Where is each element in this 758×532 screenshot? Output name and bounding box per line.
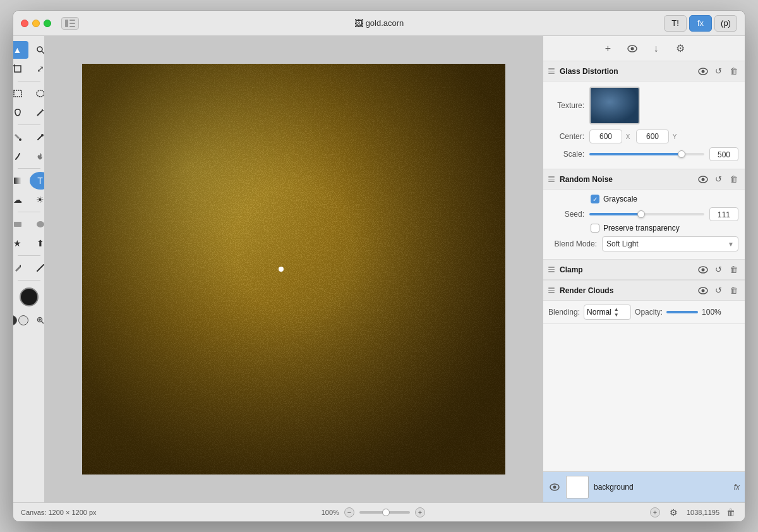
blending-select[interactable]: Normal ▲ ▼: [584, 305, 631, 320]
gradient-tool[interactable]: [13, 172, 28, 190]
glass-distortion-header: Glass Distortion ↺ 🗑: [543, 61, 745, 82]
layer-item-background[interactable]: background fx: [543, 472, 745, 502]
clamp-handle[interactable]: [548, 266, 556, 274]
download-button[interactable]: ↓: [648, 40, 665, 57]
delete-layer-button[interactable]: 🗑: [725, 506, 737, 519]
rect-shape-tool[interactable]: [13, 215, 28, 233]
properties-toggle-button[interactable]: (p): [714, 15, 737, 32]
svg-point-10: [37, 90, 44, 97]
foreground-color-mini[interactable]: [13, 315, 17, 325]
preserve-transparency-checkbox[interactable]: [591, 224, 599, 233]
coordinates: 1038,1195: [687, 509, 719, 516]
svg-rect-9: [14, 90, 21, 97]
foreground-color-swatch[interactable]: [20, 287, 39, 306]
scale-slider[interactable]: [589, 153, 704, 155]
random-noise-handle[interactable]: [548, 176, 556, 183]
svg-point-32: [702, 268, 705, 271]
close-button[interactable]: [21, 20, 28, 27]
minimize-button[interactable]: [32, 20, 40, 27]
random-noise-visibility[interactable]: [697, 173, 709, 186]
rect-select-tool[interactable]: [13, 85, 28, 102]
zoom-in-button[interactable]: +: [415, 507, 425, 517]
ellipse-shape-tool[interactable]: [30, 215, 45, 233]
render-clouds-title: Render Clouds: [560, 286, 693, 295]
burn-tool[interactable]: [30, 147, 45, 165]
fullscreen-button[interactable]: [44, 20, 51, 27]
clamp-delete[interactable]: 🗑: [727, 263, 740, 276]
canvas-area[interactable]: [45, 36, 543, 502]
render-clouds-visibility[interactable]: [697, 284, 709, 297]
zoom-tool-2[interactable]: [30, 311, 45, 329]
zoom-slider[interactable]: [359, 511, 410, 514]
layer-visibility-button[interactable]: [548, 481, 561, 493]
settings-button[interactable]: ⚙: [672, 40, 689, 57]
settings-gear-button[interactable]: ⚙: [665, 504, 682, 521]
canvas-center-point: [279, 267, 284, 272]
blend-mode-row: Blend Mode: Soft Light ▼: [550, 236, 738, 251]
glass-distortion-delete[interactable]: 🗑: [727, 65, 740, 78]
center-x-input[interactable]: [589, 130, 622, 143]
clamp-reset[interactable]: ↺: [712, 263, 725, 276]
clamp-visibility[interactable]: [697, 263, 709, 276]
seed-row: Seed: 111: [550, 207, 738, 221]
glass-distortion-reset[interactable]: ↺: [712, 65, 725, 78]
clamp-actions: ↺ 🗑: [697, 263, 740, 276]
background-color-mini[interactable]: [18, 315, 28, 325]
center-y-input[interactable]: [636, 130, 669, 143]
crop-tool[interactable]: [13, 60, 28, 78]
star-shape-tool[interactable]: ★: [13, 234, 28, 252]
line-tool[interactable]: [30, 259, 45, 277]
smudge-tool[interactable]: [13, 147, 28, 165]
render-clouds-reset[interactable]: ↺: [712, 284, 725, 297]
canvas-info: Canvas: 1200 × 1200 px: [21, 509, 97, 516]
glass-distortion-title: Glass Distortion: [560, 67, 693, 76]
lasso-tool[interactable]: [13, 104, 28, 121]
canvas[interactable]: [82, 64, 505, 475]
sidebar-toggle-button[interactable]: [61, 17, 79, 30]
transform-tool[interactable]: ⤢: [30, 60, 45, 78]
svg-point-28: [702, 70, 705, 73]
magic-wand-tool[interactable]: [30, 104, 45, 121]
sun-tool[interactable]: ☀: [30, 191, 45, 209]
status-right: + ⚙ 1038,1195 🗑: [650, 504, 737, 521]
glass-distortion-visibility[interactable]: [697, 65, 709, 78]
random-noise-reset[interactable]: ↺: [712, 173, 725, 186]
pen-tool[interactable]: [13, 259, 28, 277]
blend-mode-label: Blend Mode:: [550, 239, 597, 248]
layer-fx-label[interactable]: fx: [734, 483, 740, 492]
paint-bucket-tool[interactable]: [13, 128, 28, 146]
select-tool[interactable]: ▲: [13, 41, 28, 59]
blend-mode-select[interactable]: Soft Light ▼: [602, 236, 738, 251]
blending-value: Normal: [587, 308, 611, 317]
texture-label: Texture:: [550, 101, 584, 110]
clamp-section: Clamp ↺ 🗑: [543, 260, 745, 281]
opacity-slider[interactable]: [666, 311, 698, 313]
ellipse-select-tool[interactable]: [30, 85, 45, 102]
blending-arrows: ▲ ▼: [614, 307, 619, 318]
eye-button[interactable]: [624, 40, 641, 57]
fx-toggle-button[interactable]: fx: [689, 15, 712, 32]
glass-distortion-section: Glass Distortion ↺ 🗑 Texture:: [543, 61, 745, 169]
arrow-shape-tool[interactable]: ⬆: [30, 234, 45, 252]
svg-line-11: [37, 111, 42, 116]
random-noise-delete[interactable]: 🗑: [727, 173, 740, 186]
opacity-value: 100%: [702, 308, 723, 317]
text-tool[interactable]: T: [30, 172, 45, 190]
grayscale-checkbox[interactable]: ✓: [591, 195, 599, 203]
zoom-tool[interactable]: [30, 41, 45, 59]
add-layer-button[interactable]: +: [650, 507, 660, 517]
tools-toggle-button[interactable]: T!: [664, 15, 687, 32]
render-clouds-delete[interactable]: 🗑: [727, 284, 740, 297]
render-clouds-handle[interactable]: [548, 287, 556, 294]
canvas-vignette: [82, 64, 505, 475]
cloud-tool[interactable]: ☁: [13, 191, 28, 209]
texture-thumbnail[interactable]: [589, 87, 640, 124]
glass-distortion-handle[interactable]: [548, 68, 556, 75]
add-filter-button[interactable]: +: [600, 40, 617, 57]
svg-point-34: [702, 289, 705, 292]
brush-tool[interactable]: [30, 128, 45, 146]
seed-slider[interactable]: [589, 213, 704, 215]
zoom-out-button[interactable]: −: [344, 507, 354, 517]
svg-line-21: [41, 322, 44, 324]
scale-label: Scale:: [550, 150, 584, 159]
